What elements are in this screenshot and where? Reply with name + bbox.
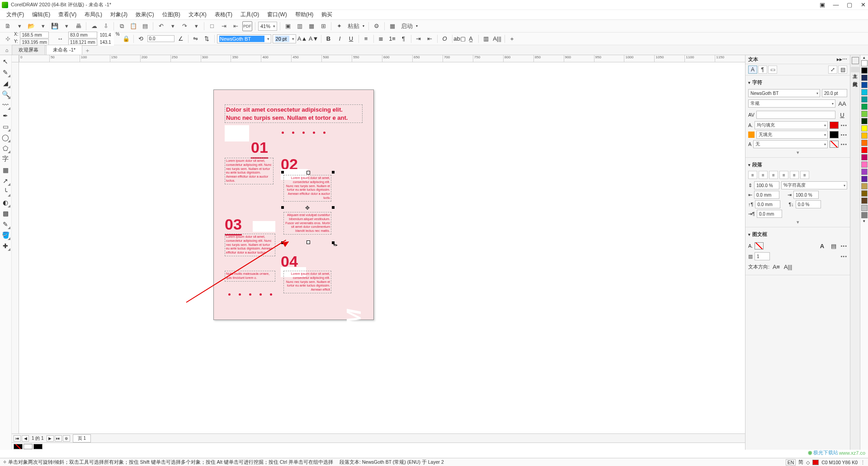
handle-tr[interactable] xyxy=(332,171,335,174)
menu-table[interactable]: 表格(T) xyxy=(211,10,236,19)
palette-down-icon[interactable]: ▾ xyxy=(860,219,868,223)
menu-text[interactable]: 文本(X) xyxy=(185,10,210,19)
indent-left-field[interactable]: 0.0 mm xyxy=(754,191,779,199)
bg-more-icon[interactable]: ••• xyxy=(840,141,847,147)
palette-swatch[interactable] xyxy=(861,125,868,132)
outline-swatch2[interactable] xyxy=(33,444,42,449)
fill-swatch[interactable] xyxy=(14,444,23,449)
edit-text-icon[interactable]: O xyxy=(440,34,450,44)
menu-file[interactable]: 文件(F) xyxy=(3,10,28,19)
bullets-icon[interactable]: ≣ xyxy=(376,34,386,44)
palette-swatch[interactable] xyxy=(861,190,868,197)
palette-swatch[interactable] xyxy=(861,104,868,110)
underline-opt-icon[interactable]: U xyxy=(837,110,847,120)
section-char[interactable]: 字符 xyxy=(748,77,847,88)
frame-fill-icon[interactable]: A. xyxy=(748,243,753,249)
document-page[interactable]: LOREM IPSUM Dolor sit amet consectetur a… xyxy=(213,89,374,320)
palette-swatch[interactable] xyxy=(861,212,868,218)
export-icon[interactable]: ⇤ xyxy=(231,21,241,31)
line-height-unit-combo[interactable]: %字符高度 xyxy=(781,181,847,189)
rotate-field[interactable]: 0.0 xyxy=(147,35,175,42)
pick-tool-icon[interactable]: ↖ xyxy=(0,56,11,67)
guides-icon[interactable]: ⊞ xyxy=(318,21,328,31)
page-tab-1[interactable]: 页 1 xyxy=(73,434,91,442)
open-dropdown[interactable]: ▾ xyxy=(38,21,48,31)
maximize-button[interactable]: ▢ xyxy=(846,2,853,8)
font-dec-icon[interactable]: A▼ xyxy=(309,34,319,44)
status-ime-icon[interactable]: 简 xyxy=(798,459,803,466)
columns-icon[interactable]: ▥ xyxy=(481,34,491,44)
palette-swatch[interactable] xyxy=(861,169,868,175)
status-lang[interactable]: EN xyxy=(786,459,796,466)
w-field[interactable]: 83.0 mm xyxy=(68,32,97,38)
handle-ml[interactable] xyxy=(281,206,284,209)
dropshadow-tool-icon[interactable]: ◐ xyxy=(0,197,11,208)
char-fill-swatch[interactable] xyxy=(830,122,839,129)
undo-dropdown[interactable]: ▾ xyxy=(168,21,178,31)
new-dropdown[interactable]: ▾ xyxy=(14,21,24,31)
fill-tool-icon[interactable]: 🪣 xyxy=(0,230,11,240)
menu-tools[interactable]: 工具(O) xyxy=(237,10,263,19)
all-caps-icon[interactable]: AA xyxy=(837,99,847,108)
para-expand-icon[interactable]: ▾ xyxy=(748,219,847,225)
home-icon[interactable]: ⌂ xyxy=(2,46,12,55)
space-before-field[interactable]: 0.0 mm xyxy=(755,200,780,208)
space-after-field[interactable]: 0.0 % xyxy=(796,200,821,208)
char-fill-combo[interactable]: 均匀填充 xyxy=(755,121,828,129)
palette-swatch[interactable] xyxy=(861,176,868,182)
section-frame[interactable]: 图文框 xyxy=(748,229,847,240)
grid-icon[interactable]: ▦ xyxy=(307,21,316,31)
menu-object[interactable]: 对象(J) xyxy=(107,10,131,19)
connector-tool-icon[interactable]: ╰ xyxy=(0,186,11,197)
palette-swatch[interactable] xyxy=(861,183,868,189)
status-fill-icon[interactable]: ◇ xyxy=(806,460,810,465)
launch-split[interactable]: 启动▾ xyxy=(399,21,419,31)
dropcap-icon[interactable]: ¶ xyxy=(399,34,409,44)
palette-swatch[interactable] xyxy=(861,198,868,204)
palette-swatch[interactable] xyxy=(861,161,868,168)
crop-tool-icon[interactable]: ◢ xyxy=(0,78,11,89)
menu-bitmap[interactable]: 位图(B) xyxy=(159,10,184,19)
menu-view[interactable]: 查看(V) xyxy=(55,10,80,19)
palette-swatch[interactable] xyxy=(861,75,868,81)
vertical-watermark-text[interactable]: LOREM IPSUM xyxy=(343,309,365,450)
import-icon[interactable]: ⇥ xyxy=(219,21,229,31)
pdf-icon[interactable]: PDF xyxy=(242,21,252,31)
char-outline-swatch[interactable] xyxy=(830,131,839,138)
char-bg-combo[interactable]: 无 xyxy=(753,140,828,148)
number-01[interactable]: 01 xyxy=(251,139,268,159)
text-tool-icon[interactable]: 字 xyxy=(0,154,11,165)
shape-tool-icon[interactable]: ✎ xyxy=(0,67,11,78)
palette-swatch[interactable] xyxy=(861,67,868,74)
nav-last-icon[interactable]: ⏭ xyxy=(55,435,62,442)
fill-more-icon[interactable]: ••• xyxy=(840,122,847,128)
first-indent-field[interactable]: 0.0 mm xyxy=(757,210,782,218)
handle-mr[interactable] xyxy=(332,206,335,209)
palette-swatch[interactable] xyxy=(861,111,868,117)
table-tool-icon[interactable]: ▦ xyxy=(0,165,11,175)
text-frame-3a[interactable]: Lorem ipsum dolor sit amet, consectetur … xyxy=(225,234,275,256)
align-left2-icon[interactable]: ≡ xyxy=(759,171,768,179)
tab-char-icon[interactable]: A xyxy=(748,66,757,74)
paste-icon[interactable]: 📋 xyxy=(128,21,138,31)
char-font-combo[interactable]: NewsGoth BT xyxy=(748,89,820,97)
menu-effects[interactable]: 效果(C) xyxy=(132,10,158,19)
fit-text-icon[interactable]: A̲ xyxy=(466,34,476,44)
menu-layout[interactable]: 布局(L) xyxy=(81,10,106,19)
sx-field[interactable]: 101.4 xyxy=(99,32,114,38)
side-tab-square-icon[interactable] xyxy=(852,57,859,64)
open-icon[interactable]: 📂 xyxy=(26,21,36,31)
white-box-1[interactable] xyxy=(225,125,249,141)
nav-first-icon[interactable]: ⏮ xyxy=(14,435,21,442)
selection-frame[interactable]: ▾▸ ✥ xyxy=(283,172,333,243)
columns-field[interactable]: 1 xyxy=(755,252,770,260)
menu-buy[interactable]: 购买 xyxy=(318,10,336,19)
rectangle-tool-icon[interactable]: ▭ xyxy=(0,121,11,132)
tab-document[interactable]: 未命名 -1* xyxy=(46,45,82,55)
freehand-tool-icon[interactable]: 〰 xyxy=(0,99,11,110)
save-dropdown[interactable]: ▾ xyxy=(61,21,71,31)
indent-right-field[interactable]: 100.0 % xyxy=(793,191,819,199)
text-frame-icon[interactable]: ab▢ xyxy=(455,34,465,44)
align-right-icon[interactable]: ≡ xyxy=(779,171,788,179)
status-menu-icon[interactable]: ⋮ xyxy=(860,460,865,465)
